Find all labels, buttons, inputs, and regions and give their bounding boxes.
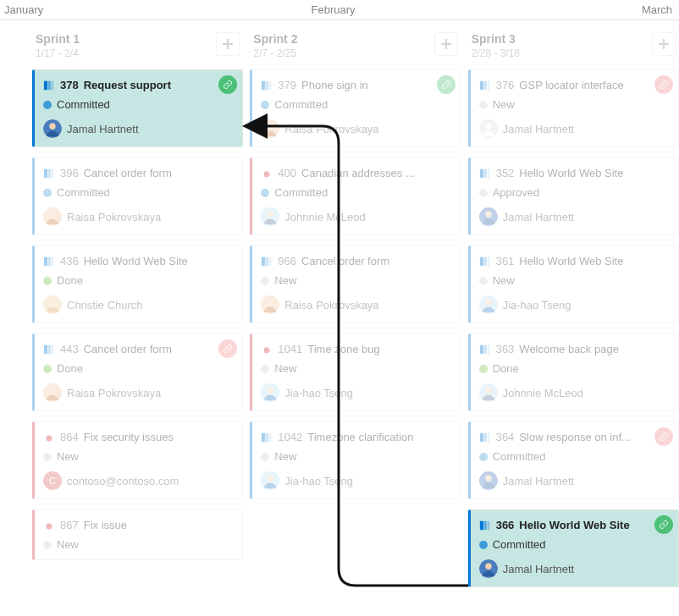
work-item-card[interactable]: 363Welcome back page Done Johnnie McLeod (468, 333, 679, 411)
work-item-card[interactable]: 966Cancel order form New Raisa Pokrovska… (250, 245, 461, 323)
work-item-id: 1041 (278, 343, 302, 355)
work-item-id: 400 (278, 167, 296, 179)
svg-rect-68 (480, 520, 483, 530)
work-item-state: Done (493, 362, 519, 375)
svg-point-72 (485, 564, 491, 569)
work-item-state: New (274, 450, 296, 463)
work-item-card[interactable]: 378 Request support Committed Jamal Hart… (32, 69, 243, 147)
svg-rect-45 (487, 80, 489, 90)
svg-rect-32 (269, 256, 272, 266)
link-badge[interactable] (218, 339, 237, 358)
backlog-item-icon (479, 80, 491, 91)
work-item-title: Hello World Web Site (519, 519, 629, 531)
state-dot-icon (261, 365, 269, 373)
work-item-title: Phone sign in (301, 79, 368, 91)
svg-rect-70 (487, 520, 489, 530)
avatar-icon (261, 383, 279, 402)
work-item-state: New (57, 538, 79, 551)
work-item-card[interactable]: 400Canadian addresses ... Committed John… (250, 157, 461, 235)
svg-point-4 (49, 124, 55, 129)
work-item-state: New (57, 450, 79, 463)
svg-rect-40 (269, 432, 272, 442)
add-card-button[interactable] (216, 32, 240, 56)
work-item-card[interactable]: 1041Time zone bug New Jia-hao Tseng (250, 333, 461, 411)
state-dot-icon (43, 365, 52, 373)
svg-point-52 (485, 212, 491, 217)
work-item-title: GSP locator interface (519, 79, 623, 91)
work-item-title: Request support (84, 79, 171, 91)
svg-point-14 (49, 300, 55, 305)
avatar-icon (261, 471, 279, 490)
svg-rect-16 (48, 344, 51, 354)
work-item-card[interactable]: 864 Fix security issues New Ccontoso@con… (32, 421, 243, 499)
svg-rect-0 (44, 80, 47, 90)
backlog-item-icon (43, 344, 55, 355)
svg-rect-11 (48, 256, 51, 266)
svg-rect-5 (44, 168, 47, 178)
backlog-item-icon (261, 256, 273, 267)
link-badge[interactable] (654, 515, 673, 534)
plus-icon (222, 38, 234, 50)
sprint-title: Sprint 1 (36, 32, 80, 46)
work-item-card[interactable]: 436 Hello World Web Site Done Christie C… (32, 245, 243, 323)
state-dot-icon (261, 277, 269, 285)
state-dot-icon (479, 365, 488, 373)
sprint-column: Sprint 3 2/28 - 3/18 376GSP locator inte… (468, 24, 679, 597)
backlog-item-icon (479, 256, 491, 267)
work-item-state: Committed (493, 450, 546, 463)
add-card-button[interactable] (652, 32, 676, 56)
work-item-card[interactable]: 379Phone sign in Committed Raisa Pokrovs… (250, 69, 461, 147)
link-badge[interactable] (437, 75, 455, 94)
svg-point-34 (268, 300, 273, 305)
avatar-icon (479, 559, 498, 578)
avatar-icon (261, 119, 279, 138)
svg-point-42 (268, 476, 273, 481)
work-item-id: 396 (60, 167, 79, 179)
svg-rect-53 (480, 256, 483, 266)
work-item-title: Fix security issues (84, 431, 174, 443)
svg-rect-63 (480, 432, 483, 442)
work-item-assignee: Raisa Pokrovskaya (67, 211, 161, 223)
work-item-card[interactable]: 867 Fix issue New (32, 509, 243, 560)
work-item-title: Timezone clarification (307, 431, 413, 443)
sprint-column: Sprint 2 2/7 - 2/25 379Phone sign in Com… (250, 24, 461, 597)
plus-icon (658, 38, 670, 50)
work-item-card[interactable]: 376GSP locator interface New Jamal Hartn… (468, 69, 679, 147)
state-dot-icon (479, 101, 488, 109)
work-item-card[interactable]: 361Hello World Web Site New Jia-hao Tsen… (468, 245, 679, 323)
work-item-card[interactable]: 1042Timezone clarification New Jia-hao T… (250, 421, 461, 499)
work-item-card[interactable]: 366Hello World Web Site Committed Jamal … (468, 509, 679, 587)
svg-point-9 (49, 212, 55, 217)
svg-rect-2 (52, 80, 54, 90)
work-item-title: Time zone bug (307, 343, 380, 355)
avatar-icon (261, 207, 279, 226)
work-item-state: Approved (493, 186, 540, 199)
work-item-card[interactable]: 443 Cancel order form Done Raisa Pokrovs… (32, 333, 243, 411)
add-card-button[interactable] (434, 32, 458, 56)
work-item-state: New (274, 274, 296, 287)
work-item-title: Canadian addresses ... (301, 167, 415, 179)
svg-rect-59 (484, 344, 487, 354)
svg-rect-31 (266, 256, 268, 266)
svg-rect-39 (266, 432, 268, 442)
link-badge[interactable] (654, 75, 673, 94)
work-item-id: 361 (496, 255, 515, 267)
link-icon (223, 344, 233, 354)
work-item-assignee: Jamal Hartnett (67, 123, 139, 135)
work-item-card[interactable]: 396 Cancel order form Committed Raisa Po… (32, 157, 243, 235)
link-badge[interactable] (654, 427, 673, 446)
avatar-icon (43, 295, 62, 314)
svg-rect-49 (484, 168, 487, 178)
work-item-assignee: contoso@contoso.com (67, 475, 179, 487)
svg-point-35 (264, 347, 270, 353)
work-item-card[interactable]: 364Slow response on inf... Committed Jam… (468, 421, 679, 499)
state-dot-icon (43, 189, 52, 197)
link-badge[interactable] (218, 75, 237, 94)
work-item-title: Slow response on inf... (519, 431, 631, 443)
work-item-title: Hello World Web Site (84, 255, 188, 267)
svg-rect-50 (487, 168, 489, 178)
work-item-id: 443 (60, 343, 79, 355)
state-dot-icon (479, 277, 488, 285)
work-item-card[interactable]: 352Hello World Web Site Approved Jamal H… (468, 157, 679, 235)
work-item-id: 378 (60, 79, 79, 91)
